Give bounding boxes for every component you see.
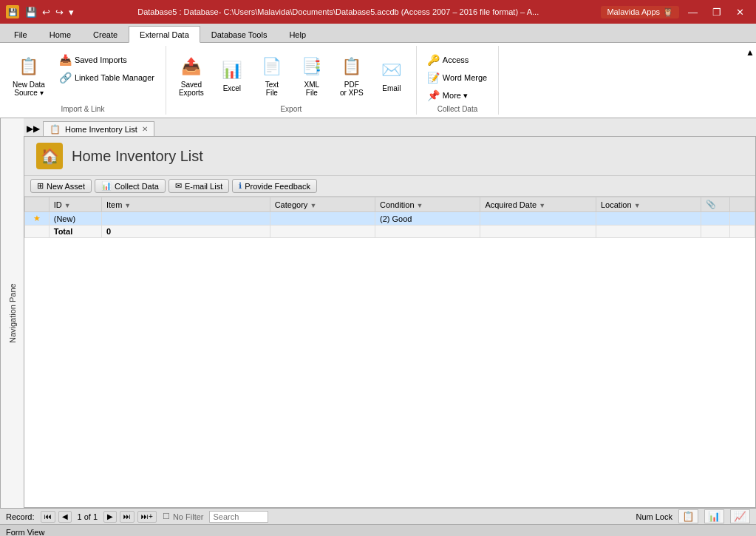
provide-feedback-btn[interactable]: ℹ Provide Feedback: [232, 179, 317, 193]
saved-exports-icon: 📤: [180, 55, 203, 78]
new-row-category[interactable]: [270, 212, 375, 225]
new-row-acquired-date[interactable]: [480, 212, 596, 225]
access-label: Access: [443, 55, 469, 64]
text-file-icon: 📄: [260, 55, 284, 78]
tab-help[interactable]: Help: [278, 26, 317, 42]
access-btn[interactable]: 🔑 Access: [423, 52, 492, 68]
total-row-loc: [596, 225, 701, 238]
doc-header-icon: 🏠: [36, 143, 63, 169]
linked-table-label: Linked Table Manager: [75, 73, 154, 82]
malavida-apps: Malavida Apps 🦉: [601, 6, 679, 18]
word-merge-btn[interactable]: 📝 Word Merge: [423, 69, 492, 86]
pdf-xps-btn[interactable]: 📋 PDFor XPS: [333, 49, 370, 102]
tab-external-data[interactable]: External Data: [129, 26, 200, 43]
acquired-sort-icon: ▼: [539, 202, 545, 209]
first-record-btn[interactable]: ⏮: [41, 511, 55, 523]
saved-imports-btn[interactable]: 📥 Saved Imports: [55, 52, 160, 68]
id-sort-icon: ▼: [64, 202, 71, 209]
saved-exports-btn[interactable]: 📤 SavedExports: [172, 49, 211, 102]
save-btn[interactable]: 💾: [24, 5, 38, 19]
datasheet-view-btn[interactable]: 📊: [704, 509, 724, 523]
close-btn[interactable]: ✕: [730, 4, 750, 21]
text-file-label: TextFile: [265, 81, 279, 97]
tab-create[interactable]: Create: [82, 26, 129, 42]
export-label: Export: [172, 104, 410, 115]
new-data-source-container: 📋 New DataSource ▾: [6, 49, 52, 102]
more-btn[interactable]: 📌 More ▾: [423, 87, 492, 104]
new-row-id[interactable]: (New): [49, 212, 101, 225]
undo-btn[interactable]: ↩: [41, 5, 52, 19]
new-record-btn[interactable]: ⏭+: [137, 511, 157, 523]
xml-file-btn[interactable]: 📑 XMLFile: [293, 49, 330, 102]
total-row-date: [480, 225, 596, 238]
form-view-btn[interactable]: 📋: [678, 509, 698, 523]
content-area: ▶▶ 📋 Home Inventory List ✕ 🏠 Home Invent…: [24, 118, 756, 508]
new-row-location[interactable]: [596, 212, 701, 225]
total-row-label: Total: [49, 225, 101, 238]
record-number: 1 of 1: [75, 512, 101, 521]
grid-container[interactable]: ID ▼ Item ▼ Category ▼ Condition ▼: [24, 197, 755, 507]
import-link-buttons: 📋 New DataSource ▾ 📥 Saved Imports 🔗 Lin…: [6, 46, 160, 104]
tab-database-tools[interactable]: Database Tools: [200, 26, 279, 42]
status-right: Num Lock 📋 📊 📈: [636, 509, 750, 523]
nav-arrow: ▶▶: [27, 123, 40, 134]
navigation-pane[interactable]: Navigation Pane: [0, 118, 24, 508]
pivot-view-btn[interactable]: 📈: [730, 509, 750, 523]
record-nav: ⏮ ◀ 1 of 1 ▶ ⏭ ⏭+: [41, 511, 157, 523]
collect-data-btn[interactable]: 📊 Collect Data: [95, 179, 166, 193]
search-input[interactable]: [209, 511, 268, 523]
tab-file[interactable]: File: [3, 26, 38, 42]
next-record-btn[interactable]: ▶: [103, 511, 117, 523]
email-label: Email: [382, 84, 401, 92]
doc-tab-icon: 📋: [50, 124, 61, 135]
num-lock-label: Num Lock: [636, 512, 672, 521]
doc-tab-close-btn[interactable]: ✕: [142, 125, 148, 133]
tab-home[interactable]: Home: [38, 26, 82, 42]
malavida-label: Malavida Apps: [607, 7, 660, 16]
nav-left-icon[interactable]: ▶▶: [27, 123, 40, 134]
total-row-indicator: [25, 225, 50, 238]
redo-btn[interactable]: ↪: [54, 5, 65, 19]
quick-access-more[interactable]: ▾: [67, 5, 75, 19]
new-row-item[interactable]: [101, 212, 270, 225]
last-record-btn[interactable]: ⏭: [120, 511, 134, 523]
maximize-btn[interactable]: ❐: [706, 4, 727, 21]
acquired-date-col-header[interactable]: Acquired Date ▼: [480, 197, 596, 212]
condition-col-header[interactable]: Condition ▼: [375, 197, 480, 212]
app-icon: 💾: [6, 5, 19, 18]
document: 🏠 Home Inventory List ⊞ New Asset 📊 Coll…: [24, 136, 756, 508]
linked-table-manager-btn[interactable]: 🔗 Linked Table Manager: [55, 69, 160, 86]
import-link-group: 📋 New DataSource ▾ 📥 Saved Imports 🔗 Lin…: [0, 46, 166, 115]
id-col-header[interactable]: ID ▼: [49, 197, 101, 212]
collect-small-group: 🔑 Access 📝 Word Merge 📌 More ▾: [423, 49, 492, 104]
category-col-header[interactable]: Category ▼: [270, 197, 375, 212]
new-row-condition[interactable]: (2) Good: [375, 212, 480, 225]
doc-tab-home-inventory[interactable]: 📋 Home Inventory List ✕: [43, 121, 154, 136]
grid: ID ▼ Item ▼ Category ▼ Condition ▼: [24, 197, 755, 238]
new-data-source-btn[interactable]: 📋 New DataSource ▾: [6, 49, 52, 102]
email-btn[interactable]: ✉️ Email: [373, 49, 410, 102]
minimize-btn[interactable]: —: [682, 4, 704, 21]
email-list-icon: ✉: [175, 181, 182, 191]
location-col-header[interactable]: Location ▼: [596, 197, 701, 212]
new-record-row[interactable]: ★ (New) (2) Good: [25, 212, 755, 225]
saved-exports-label: SavedExports: [179, 81, 204, 97]
text-file-btn[interactable]: 📄 TextFile: [253, 49, 290, 102]
prev-record-btn[interactable]: ◀: [58, 511, 72, 523]
doc-tab-label: Home Inventory List: [65, 125, 137, 134]
new-asset-btn[interactable]: ⊞ New Asset: [30, 179, 92, 193]
item-col-header[interactable]: Item ▼: [101, 197, 270, 212]
filter-checkbox[interactable]: ☐: [163, 512, 170, 521]
email-icon: ✉️: [380, 58, 403, 82]
filter-label: No Filter: [173, 512, 204, 521]
new-asset-label: New Asset: [47, 182, 85, 191]
collect-data-icon: 📊: [101, 181, 112, 191]
doc-header: 🏠 Home Inventory List: [24, 137, 755, 176]
doc-tab-bar: ▶▶ 📋 Home Inventory List ✕: [24, 118, 756, 136]
ribbon: 📋 New DataSource ▾ 📥 Saved Imports 🔗 Lin…: [0, 43, 756, 118]
ribbon-collapse-btn[interactable]: ▲: [746, 47, 755, 58]
email-list-btn[interactable]: ✉ E-mail List: [168, 179, 229, 193]
new-data-source-icon: 📋: [17, 55, 41, 78]
xml-file-label: XMLFile: [304, 81, 320, 97]
excel-btn[interactable]: 📊 Excel: [214, 49, 251, 102]
